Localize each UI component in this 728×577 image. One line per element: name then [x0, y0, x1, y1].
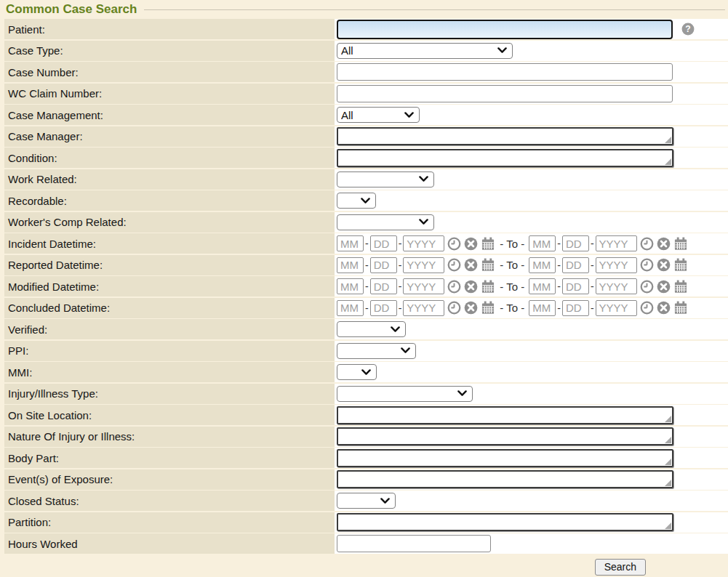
workers-comp-related-select[interactable] — [337, 214, 434, 230]
reported-datetime-from-year-input[interactable] — [403, 257, 444, 273]
clock-icon[interactable] — [640, 280, 654, 294]
calendar-icon[interactable] — [673, 280, 688, 294]
modified-datetime-from-day-input[interactable] — [370, 278, 397, 294]
clock-icon[interactable] — [640, 258, 654, 272]
reported-datetime-to-year-input[interactable] — [596, 257, 637, 273]
clear-icon[interactable] — [657, 258, 671, 272]
svg-text:?: ? — [685, 24, 690, 34]
ppi-select[interactable] — [337, 343, 416, 359]
concluded-datetime-to-month-input[interactable] — [529, 300, 556, 316]
condition-textarea[interactable] — [337, 149, 673, 167]
clear-icon[interactable] — [657, 280, 671, 294]
modified-datetime-to-day-input[interactable] — [562, 278, 589, 294]
calendar-icon[interactable] — [673, 301, 688, 315]
resize-grip-icon[interactable] — [665, 416, 671, 422]
clear-icon[interactable] — [464, 280, 478, 294]
reported-datetime-to-day-input[interactable] — [562, 257, 589, 273]
common-case-search-panel: Common Case Search Patient:?Case Type:Al… — [0, 0, 728, 577]
calendar-icon[interactable] — [481, 237, 495, 251]
dash-separator: - — [365, 302, 369, 314]
clear-icon[interactable] — [464, 237, 478, 251]
incident-datetime-to-year-input[interactable] — [596, 235, 637, 251]
work-related-select[interactable] — [337, 172, 434, 187]
reported-datetime-from-month-input[interactable] — [337, 257, 364, 273]
resize-grip-icon[interactable] — [665, 158, 671, 165]
clock-icon[interactable] — [640, 237, 654, 251]
modified-datetime-to-month-input[interactable] — [529, 278, 556, 294]
reported-datetime-from-day-input[interactable] — [370, 257, 397, 273]
form-row: MMI: — [0, 362, 728, 382]
case-manager-textarea[interactable] — [337, 127, 673, 145]
modified-datetime-from-year-input[interactable] — [403, 278, 444, 294]
partition-textarea[interactable] — [337, 513, 673, 531]
recordable-label: Recordable: — [4, 190, 335, 211]
concluded-datetime-to-day-input[interactable] — [562, 300, 589, 316]
incident-datetime-to-day-input[interactable] — [562, 235, 589, 251]
nature-of-injury-or-illness-textarea[interactable] — [337, 427, 673, 445]
case-type-field-area: All — [335, 41, 728, 61]
verified-select[interactable] — [337, 321, 406, 337]
closed-status-select[interactable] — [337, 493, 396, 509]
reported-datetime-to-month-input[interactable] — [529, 257, 556, 273]
form-row: PPI: — [0, 341, 728, 361]
wc-claim-number-input[interactable] — [337, 85, 673, 102]
modified-datetime-to-year-input[interactable] — [596, 278, 637, 294]
incident-datetime-from-day-input[interactable] — [370, 235, 397, 251]
search-button[interactable]: Search — [595, 559, 646, 576]
events-of-exposure-textarea[interactable] — [337, 470, 673, 488]
help-icon[interactable]: ? — [681, 23, 695, 36]
dash-separator: - — [365, 238, 369, 249]
form-row: Event(s) of Exposure: — [0, 469, 728, 490]
concluded-datetime-from-day-input[interactable] — [370, 300, 397, 316]
concluded-datetime-to-year-input[interactable] — [596, 300, 637, 316]
recordable-select[interactable] — [337, 193, 376, 209]
modified-datetime-from-month-input[interactable] — [337, 278, 364, 294]
incident-datetime-from-year-input[interactable] — [403, 235, 444, 251]
resize-grip-icon[interactable] — [665, 137, 671, 143]
on-site-location-textarea[interactable] — [337, 406, 673, 424]
calendar-icon[interactable] — [673, 237, 688, 251]
chevron-down-icon — [391, 326, 400, 333]
mmi-label: MMI: — [4, 362, 335, 382]
case-number-input[interactable] — [337, 63, 673, 81]
incident-datetime-to-month-input[interactable] — [529, 235, 556, 251]
calendar-icon[interactable] — [481, 301, 495, 315]
reported-datetime-field-area: --- To --- — [335, 255, 728, 275]
clear-icon[interactable] — [657, 301, 671, 315]
clock-icon[interactable] — [447, 237, 461, 251]
clock-icon[interactable] — [640, 301, 654, 315]
case-management-select[interactable]: All — [337, 107, 420, 123]
concluded-datetime-from-month-input[interactable] — [337, 300, 364, 316]
resize-grip-icon[interactable] — [665, 480, 671, 486]
resize-grip-icon[interactable] — [665, 459, 671, 465]
clock-icon[interactable] — [447, 301, 461, 315]
injury-illness-type-select[interactable] — [337, 386, 473, 402]
body-part-textarea[interactable] — [337, 449, 673, 467]
calendar-icon[interactable] — [481, 258, 495, 272]
clock-icon[interactable] — [447, 258, 461, 272]
form-row: Patient:? — [0, 19, 728, 39]
clock-icon[interactable] — [447, 280, 461, 294]
events-of-exposure-textarea-wrap — [337, 470, 673, 488]
condition-label: Condition: — [4, 148, 335, 168]
resize-grip-icon[interactable] — [665, 522, 671, 529]
case-management-label: Case Management: — [4, 105, 335, 125]
dash-separator: - — [365, 259, 369, 271]
verified-label: Verified: — [4, 319, 335, 339]
form-row: Partition: — [0, 512, 728, 533]
calendar-icon[interactable] — [481, 280, 495, 294]
chevron-down-icon — [497, 47, 507, 54]
to-separator: - To - — [500, 259, 524, 271]
resize-grip-icon[interactable] — [665, 437, 671, 443]
clear-icon[interactable] — [657, 237, 671, 251]
case-type-select[interactable]: All — [337, 43, 513, 59]
patient-input[interactable] — [337, 20, 673, 39]
concluded-datetime-from-year-input[interactable] — [403, 300, 444, 316]
calendar-icon[interactable] — [673, 258, 688, 272]
hours-worked-input[interactable] — [337, 535, 491, 552]
mmi-select[interactable] — [337, 364, 377, 380]
incident-datetime-from-month-input[interactable] — [337, 235, 364, 251]
dash-separator: - — [591, 259, 594, 271]
clear-icon[interactable] — [464, 258, 478, 272]
clear-icon[interactable] — [464, 301, 478, 315]
